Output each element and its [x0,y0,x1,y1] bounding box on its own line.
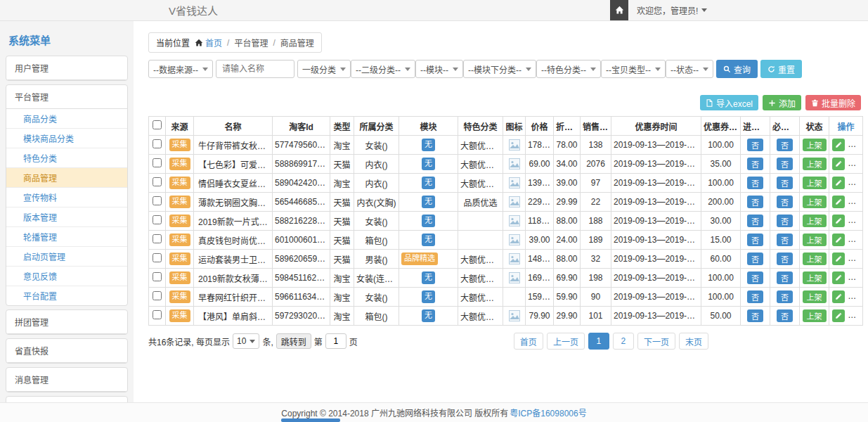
filter-select[interactable]: --二级分类-- [351,60,415,78]
row-checkbox[interactable] [153,196,162,205]
import-select-toggle[interactable]: 否 [747,158,763,170]
sidebar-subitem[interactable]: 商品分类 [6,109,127,129]
status-button[interactable]: 上架 [803,234,827,246]
delete-button[interactable] [848,215,861,227]
sidebar-group-label[interactable]: 订单管理 [6,397,127,402]
home-button[interactable] [610,0,628,20]
edit-button[interactable] [832,177,845,189]
edit-button[interactable] [832,158,845,170]
import-select-toggle[interactable]: 否 [747,196,763,208]
jump-page-input[interactable] [325,333,346,349]
sidebar-group-label[interactable]: 省直快报 [6,339,127,362]
reset-button[interactable]: 重置 [760,60,802,78]
row-checkbox[interactable] [153,234,162,243]
filter-select[interactable]: 一级分类 [297,60,351,78]
page-button[interactable]: 下一页 [637,333,675,350]
data-source-select[interactable]: --数据来源-- [148,60,213,78]
status-button[interactable]: 上架 [803,215,827,227]
edit-button[interactable] [832,309,845,322]
delete-button[interactable] [848,290,861,303]
must-buy-toggle[interactable]: 否 [777,196,793,208]
jump-button[interactable]: 跳转到 [276,333,311,349]
import-select-toggle[interactable]: 否 [747,252,763,265]
breadcrumb-item[interactable]: 商品管理 [280,37,314,49]
filter-select[interactable]: --宝贝类型-- [601,60,666,78]
sidebar-group-label[interactable]: 消息管理 [6,368,127,391]
delete-button[interactable] [848,139,861,151]
sidebar-subitem[interactable]: 平台配置 [6,286,127,305]
must-buy-toggle[interactable]: 否 [777,252,793,265]
import-select-toggle[interactable]: 否 [747,309,763,322]
horizontal-scrollbar-thumb[interactable] [281,418,340,422]
status-button[interactable]: 上架 [803,290,827,303]
status-button[interactable]: 上架 [803,271,827,284]
must-buy-toggle[interactable]: 否 [777,139,793,151]
breadcrumb-home-link[interactable]: 首页 [195,37,222,49]
sidebar-group-label[interactable]: 用户管理 [6,56,127,79]
must-buy-toggle[interactable]: 否 [777,177,793,189]
import-select-toggle[interactable]: 否 [747,234,763,246]
row-checkbox[interactable] [153,177,162,186]
row-checkbox[interactable] [153,291,162,300]
add-button[interactable]: 添加 [763,95,801,110]
delete-button[interactable] [848,158,861,170]
row-checkbox[interactable] [153,139,162,148]
name-search-input[interactable] [216,60,294,78]
sidebar-group-label[interactable]: 平台管理 [6,85,127,108]
status-button[interactable]: 上架 [803,158,827,170]
status-button[interactable]: 上架 [803,177,827,189]
edit-button[interactable] [832,290,845,303]
sidebar-subitem[interactable]: 轮播管理 [6,227,127,247]
status-button[interactable]: 上架 [803,309,827,322]
sidebar-subitem[interactable]: 版本管理 [6,207,127,227]
select-all-checkbox[interactable] [153,120,162,129]
row-checkbox[interactable] [153,158,162,167]
filter-select[interactable]: --模块下分类-- [463,60,536,78]
must-buy-toggle[interactable]: 否 [777,234,793,246]
sidebar-subitem[interactable]: 宣传物料 [6,188,127,207]
page-button[interactable]: 末页 [679,333,708,350]
must-buy-toggle[interactable]: 否 [777,215,793,227]
filter-select[interactable]: --模块-- [415,60,463,78]
must-buy-toggle[interactable]: 否 [777,271,793,284]
page-button[interactable]: 上一页 [547,333,585,350]
import-select-toggle[interactable]: 否 [747,215,763,227]
sidebar-group-label[interactable]: 拼团管理 [6,310,127,333]
delete-button[interactable] [848,234,861,246]
status-button[interactable]: 上架 [803,252,827,265]
edit-button[interactable] [832,215,845,227]
edit-button[interactable] [832,196,845,208]
delete-button[interactable] [848,177,861,189]
page-button[interactable]: 1 [588,333,609,350]
status-button[interactable]: 上架 [803,139,827,151]
sidebar-subitem[interactable]: 启动页管理 [6,247,127,267]
sidebar-subitem[interactable]: 意见反馈 [6,267,127,286]
breadcrumb-item[interactable]: 平台管理 [234,37,268,49]
import-select-toggle[interactable]: 否 [747,290,763,303]
page-button[interactable]: 2 [613,333,634,350]
must-buy-toggle[interactable]: 否 [777,158,793,170]
delete-button[interactable] [848,309,861,322]
import-select-toggle[interactable]: 否 [747,177,763,189]
sidebar-subitem[interactable]: 模块商品分类 [6,129,127,148]
sidebar-subitem[interactable]: 商品管理 [6,168,127,188]
delete-button[interactable] [848,252,861,265]
edit-button[interactable] [832,252,845,265]
search-button[interactable]: 查询 [716,60,758,78]
filter-select[interactable]: --状态-- [666,60,713,78]
page-button[interactable]: 首页 [514,333,543,350]
row-checkbox[interactable] [153,215,162,224]
icp-link[interactable]: 粤ICP备16098006号 [510,407,586,418]
user-menu[interactable]: 欢迎您，管理员! [628,0,715,20]
sidebar-subitem[interactable]: 特色分类 [6,148,127,168]
edit-button[interactable] [832,271,845,284]
import-excel-button[interactable]: 导入excel [700,95,758,110]
row-checkbox[interactable] [153,310,162,319]
row-checkbox[interactable] [153,253,162,262]
page-size-select[interactable]: 10 [233,333,259,349]
edit-button[interactable] [832,139,845,151]
must-buy-toggle[interactable]: 否 [777,290,793,303]
row-checkbox[interactable] [153,272,162,281]
must-buy-toggle[interactable]: 否 [777,309,793,322]
status-button[interactable]: 上架 [803,196,827,208]
